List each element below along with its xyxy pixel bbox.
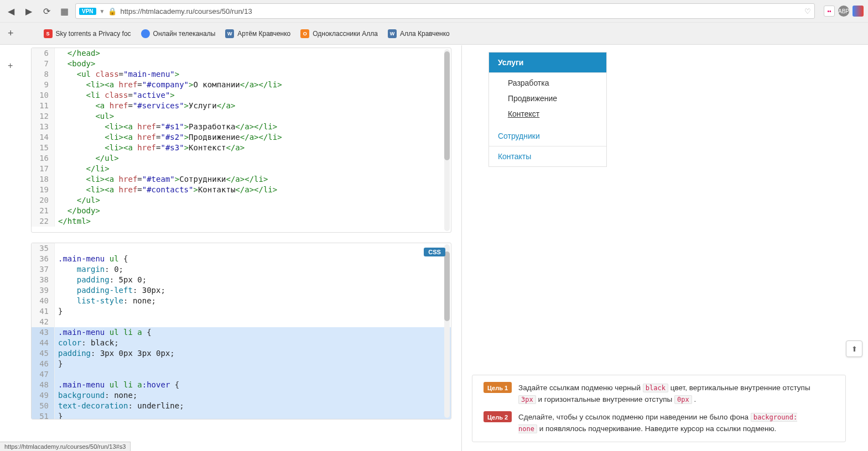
dropdown-icon[interactable]: ▼ — [100, 8, 105, 14]
ext-icon-2[interactable]: ABP — [838, 6, 849, 17]
bookmark-1[interactable]: Онлайн телеканалы — [141, 29, 216, 38]
lock-icon: 🔒 — [108, 7, 117, 15]
url-bar[interactable]: VPN ▼ 🔒 https://htmlacademy.ru/courses/5… — [75, 3, 815, 19]
bookmark-icon: O — [300, 29, 309, 38]
bookmarks-bar: + SSky torrents a Privacy focОнлайн теле… — [0, 22, 868, 44]
bookmark-2[interactable]: WАртём Кравченко — [225, 29, 290, 38]
bookmark-3[interactable]: OОдноклассники Алла — [300, 29, 378, 38]
toolbar: ◀ ▶ ⟳ ▦ VPN ▼ 🔒 https://htmlacademy.ru/c… — [0, 0, 868, 22]
bookmark-icon — [141, 29, 150, 38]
ext-icon-3[interactable] — [853, 6, 864, 17]
browser-chrome: ◀ ▶ ⟳ ▦ VPN ▼ 🔒 https://htmlacademy.ru/c… — [0, 0, 868, 45]
bookmark-icon: W — [388, 29, 397, 38]
add-tab-button[interactable]: + — [4, 28, 17, 39]
bookmark-label: Sky torrents a Privacy foc — [56, 30, 131, 38]
ext-icon-1[interactable]: •• — [824, 6, 835, 17]
bookmark-label: Онлайн телеканалы — [153, 30, 216, 38]
url-text: https://htmlacademy.ru/courses/50/run/13 — [120, 7, 801, 15]
heart-icon[interactable]: ♡ — [804, 7, 811, 15]
back-button[interactable]: ◀ — [4, 4, 18, 18]
bookmark-4[interactable]: WАлла Кравченко — [388, 29, 450, 38]
forward-button[interactable]: ▶ — [22, 4, 35, 18]
bookmark-0[interactable]: SSky torrents a Privacy foc — [44, 29, 131, 38]
apps-button[interactable]: ▦ — [58, 4, 71, 18]
bookmark-label: Алла Кравченко — [400, 30, 450, 38]
bookmark-icon: W — [225, 29, 234, 38]
reload-button[interactable]: ⟳ — [40, 4, 53, 18]
extension-icons: •• ABP — [824, 6, 864, 17]
bookmark-label: Одноклассники Алла — [313, 30, 378, 38]
bookmark-label: Артём Кравченко — [237, 30, 290, 38]
vpn-badge: VPN — [79, 8, 96, 15]
bookmark-icon: S — [44, 29, 53, 38]
